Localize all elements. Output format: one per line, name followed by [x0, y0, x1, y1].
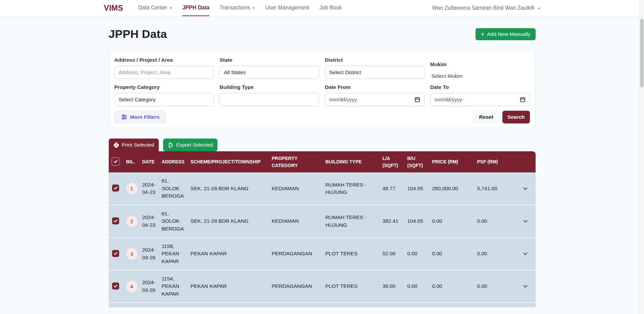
row-number-badge: 2 — [126, 216, 138, 227]
calendar-icon[interactable] — [414, 97, 420, 102]
row-number-badge: 3 — [126, 248, 138, 260]
nav-item-job-book[interactable]: Job Book — [319, 0, 342, 16]
cell-la-sqft: 392.41 — [380, 205, 405, 238]
row-expand-button[interactable] — [518, 283, 533, 290]
state-select[interactable]: All States — [219, 66, 319, 79]
row-checkbox[interactable] — [112, 250, 119, 257]
cell-bu-sqft: 0.00 — [405, 270, 430, 303]
column-header-bu-sqft: B/U (SQFT) — [405, 151, 430, 172]
sliders-icon — [121, 114, 127, 120]
select-all-checkbox[interactable] — [112, 158, 119, 165]
cell-scheme: PEKAN KAPAR — [188, 270, 269, 303]
cell-building-type: RUMAH TERES - HUJUNG — [323, 205, 380, 238]
table-row: 4 2024-03-26 1154, PEKAN KAPAR PEKAN KAP… — [109, 270, 536, 303]
more-filters-button[interactable]: More Filters — [114, 111, 166, 123]
scrollbar-thumb[interactable] — [640, 19, 644, 88]
filter-date-to-group: Date To mm/dd/yyyy — [430, 84, 530, 106]
cell-scheme: SEK. 21-28 BDR KLANG — [188, 172, 269, 205]
cell-date: 2024-03-26 — [140, 270, 159, 303]
property-category-select[interactable]: Select Category — [114, 93, 214, 106]
cell-psf: 0.00 — [475, 270, 515, 303]
filter-actions-row: More Filters Reset Search — [114, 111, 530, 123]
export-selected-button[interactable]: Export Selected — [163, 139, 217, 151]
building-type-filter-label: Building Type — [219, 84, 319, 90]
filter-building-type-group: Building Type — [219, 84, 319, 106]
user-account-menu[interactable]: Wan Zulfareena Samirah Binti Wan Zaulkfl… — [432, 5, 540, 11]
date-from-input[interactable]: mm/dd/yyyy — [325, 93, 425, 106]
cell-address: 61, SOLOK BEROGA — [159, 172, 188, 205]
nav-item-data-center[interactable]: Data Center — [138, 0, 172, 16]
plus-icon: + — [481, 32, 485, 37]
file-export-icon — [168, 142, 174, 148]
add-new-manually-label: Add New Manually — [487, 31, 530, 37]
date-to-input[interactable]: mm/dd/yyyy — [430, 93, 530, 106]
chevron-down-icon — [522, 283, 529, 290]
filter-submit-actions: Reset Search — [474, 111, 530, 123]
filter-date-from-group: Date From mm/dd/yyyy — [325, 84, 425, 106]
district-select[interactable]: Select District — [325, 66, 425, 79]
row-number-badge: 1 — [126, 183, 138, 194]
column-header-building-type: BUILDING TYPE — [323, 151, 380, 172]
export-selected-label: Export Selected — [176, 142, 213, 148]
calendar-icon[interactable] — [520, 97, 526, 102]
state-filter-label: State — [219, 57, 319, 63]
add-new-manually-button[interactable]: + Add New Manually — [476, 28, 536, 40]
page-scrollbar[interactable] — [639, 0, 644, 314]
mukim-select[interactable]: Select Mukim — [430, 70, 530, 79]
page-header: JPPH Data + Add New Manually — [109, 28, 536, 41]
cell-psf: 0.00 — [475, 205, 515, 238]
cell-price: 0.00 — [430, 238, 475, 270]
column-header-address: ADDRESS — [159, 151, 188, 172]
reset-button[interactable]: Reset — [474, 111, 499, 123]
cell-date: 2024-03-26 — [140, 238, 159, 270]
address-filter-input[interactable] — [114, 66, 214, 79]
nav-item-jpph-data[interactable]: JPPH Data — [182, 0, 209, 16]
district-select-value: Select District — [329, 69, 361, 75]
column-header-date: DATE — [140, 151, 159, 172]
filter-grid: Address / Project / Area State All State… — [114, 57, 530, 106]
column-header-price: PRICE (RM) — [430, 151, 475, 172]
row-expand-button[interactable] — [518, 185, 533, 192]
cell-address: 1158, PEKAN KAPAR — [159, 238, 188, 270]
filter-address-group: Address / Project / Area — [114, 57, 214, 79]
state-select-value: All States — [224, 69, 246, 75]
property-category-filter-label: Property Category — [114, 84, 214, 90]
filter-district-group: District Select District — [325, 57, 425, 79]
nav-item-label: JPPH Data — [182, 5, 209, 11]
cell-building-type: PLOT TERES — [323, 270, 380, 303]
user-name: Wan Zulfareena Samirah Binti Wan Zaulkfl… — [432, 5, 535, 11]
nav-item-transactions[interactable]: Transactions — [219, 0, 255, 16]
row-checkbox[interactable] — [112, 282, 119, 290]
cell-address: 61, SOLOK BEROGA — [159, 205, 188, 238]
print-selected-button[interactable]: Print Selected — [109, 139, 159, 151]
cell-property-category: PERDAGANGAN — [269, 238, 323, 270]
column-header-la-sqft: L/A (SQFT) — [380, 151, 405, 172]
navbar-inner: VIMS Data Center JPPH Data Transactions … — [104, 0, 540, 16]
date-from-filter-label: Date From — [325, 84, 425, 90]
chevron-down-icon — [252, 7, 255, 9]
row-expand-button[interactable] — [518, 218, 533, 225]
chevron-down-icon — [538, 8, 540, 9]
row-checkbox[interactable] — [112, 185, 119, 192]
table-row: 3 2024-03-26 1158, PEKAN KAPAR PEKAN KAP… — [109, 238, 536, 270]
brand-logo[interactable]: VIMS — [104, 4, 123, 13]
table-row-partial — [109, 303, 536, 307]
table-toolbar: Print Selected Export Selected — [109, 139, 536, 151]
cell-bu-sqft: 104.05 — [405, 205, 430, 238]
filter-property-category-group: Property Category Select Category — [114, 84, 214, 106]
column-header-scheme: SCHEME/PROJECT/TOWNSHIP — [188, 151, 269, 172]
printer-icon — [113, 142, 119, 148]
chevron-down-icon — [522, 251, 529, 257]
table-header: BIL. DATE ADDRESS SCHEME/PROJECT/TOWNSHI… — [109, 151, 536, 172]
nav-item-user-management[interactable]: User Management — [265, 0, 309, 16]
row-checkbox[interactable] — [112, 217, 119, 224]
search-button[interactable]: Search — [502, 111, 530, 123]
table-row: 2 2024-04-23 61, SOLOK BEROGA SEK. 21-28… — [109, 205, 536, 238]
cell-bu-sqft: 0.00 — [405, 238, 430, 270]
table-row: 1 2024-04-23 61, SOLOK BEROGA SEK. 21-28… — [109, 172, 536, 205]
print-selected-label: Print Selected — [122, 142, 154, 148]
building-type-select[interactable] — [219, 93, 319, 106]
row-expand-button[interactable] — [518, 250, 533, 257]
cell-psf: 5,741.00 — [475, 172, 515, 205]
nav-item-label: Transactions — [219, 5, 250, 11]
